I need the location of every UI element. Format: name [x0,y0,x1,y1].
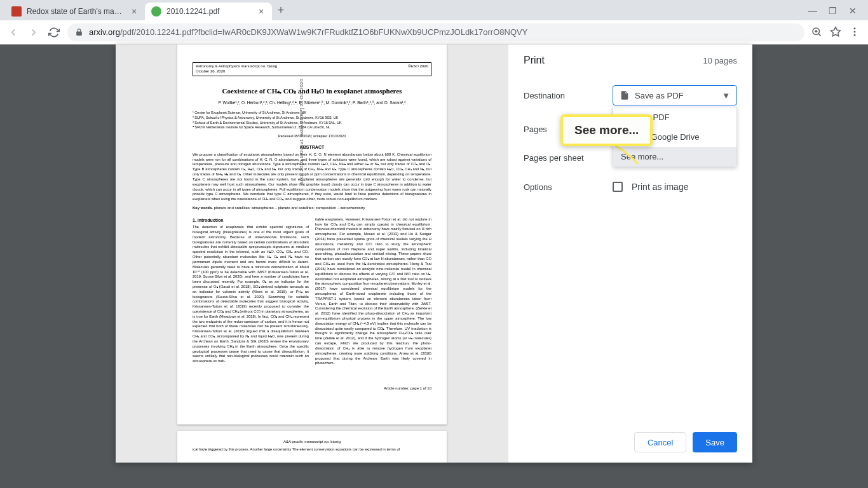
paper-header-left: Astronomy & Astrophysics manuscript no. … [196,64,277,74]
zoom-icon[interactable] [811,26,824,39]
window-controls: — ❐ ✕ [808,6,863,15]
svg-point-2 [854,30,856,32]
favicon-icon [151,6,161,17]
reload-button[interactable] [47,25,61,39]
page-preview-1: Astronomy & Astrophysics manuscript no. … [177,44,447,424]
close-window-icon[interactable]: ✕ [849,6,858,15]
paper-col2: itable exoplanets. However, Krissansen-T… [315,217,431,366]
print-as-image-checkbox[interactable] [613,182,623,192]
paper-col1: The detection of exoplanets that exhibit… [193,225,309,364]
print-dialog: Astronomy & Astrophysics manuscript no. … [116,44,752,463]
forward-button[interactable] [27,25,41,39]
star-icon[interactable] [830,26,843,39]
url-path: /pdf/2010.12241.pdf?fbclid=IwAR0cDK9JXWa… [120,27,528,37]
menu-item-see-more[interactable]: See more... [613,147,736,166]
pdf-icon [620,90,630,100]
tab-title: 2010.12241.pdf [166,7,253,16]
callout-annotation: See more... [560,114,653,146]
paper-affiliations: ¹ Centre for Exoplanet Science, Universi… [193,111,431,130]
destination-selected: Save as PDF [635,91,722,100]
browser-tab[interactable]: Redox state of Earth's magma o × [5,3,145,20]
chevron-down-icon: ▼ [722,91,730,100]
close-icon[interactable]: × [257,7,266,16]
minimize-icon[interactable]: — [808,6,817,15]
toolbar: arxiv.org/pdf/2010.12241.pdf?fbclid=IwAR… [0,20,868,44]
intro-heading: 1. Introduction [193,217,309,223]
svg-point-1 [854,27,856,29]
address-bar[interactable]: arxiv.org/pdf/2010.12241.pdf?fbclid=IwAR… [67,24,804,41]
arxiv-sidebar-text: arXiv:2010.12241v1 [astro-ph.EP] 23 Oct … [299,44,304,184]
close-icon[interactable]: × [130,7,139,16]
paper-keywords: Key words. planets and satellites: atmos… [193,206,431,211]
print-settings-pane: Print 10 pages Destination Save as PDF ▼… [508,44,752,463]
favicon-icon [11,6,22,17]
menu-icon[interactable] [849,26,862,39]
print-title: Print [524,55,545,66]
url-host: arxiv.org [89,27,120,37]
paper-title: Coexistence of CH₄, CO₂ and H₂O in exopl… [193,86,431,95]
page2-header: A&A proofs: manuscript no. biosig [177,431,447,444]
paper-header-right: ©ESO 2020 [408,64,428,74]
maximize-icon[interactable]: ❐ [829,6,837,15]
paper-authors: P. Woitke¹,², O. Herbort¹,²,³, Ch. Helli… [193,100,431,105]
page-count: 10 pages [703,56,738,65]
save-button[interactable]: Save [693,432,737,452]
tab-title: Redox state of Earth's magma o [27,7,126,16]
lock-icon [75,28,84,37]
page-preview-2: A&A proofs: manuscript no. biosig ical h… [177,431,447,463]
svg-point-3 [854,34,856,36]
back-button[interactable] [6,25,20,39]
page-number: Article number, page 1 of 10 [177,384,447,390]
options-label: Options [524,182,613,192]
abstract-heading: ABSTRACT [193,144,431,150]
pages-per-sheet-label: Pages per sheet [524,153,613,163]
tab-bar: Redox state of Earth's magma o × 2010.12… [0,0,868,20]
paper-received: Received 08/07/2020; accepted 17/10/2020 [193,134,431,139]
new-tab-button[interactable]: + [272,1,290,19]
cancel-button[interactable]: Cancel [634,432,686,452]
browser-tab-active[interactable]: 2010.12241.pdf × [145,3,272,20]
page2-text: ical haze triggered by this process. Ano… [177,444,447,451]
print-as-image-label: Print as image [632,182,688,192]
destination-dropdown[interactable]: Save as PDF ▼ Save as PDF Save to Google… [613,85,737,105]
destination-label: Destination [524,91,613,100]
print-preview-pane: Astronomy & Astrophysics manuscript no. … [116,44,508,463]
paper-abstract: We propose a classification of exoplanet… [193,152,431,202]
